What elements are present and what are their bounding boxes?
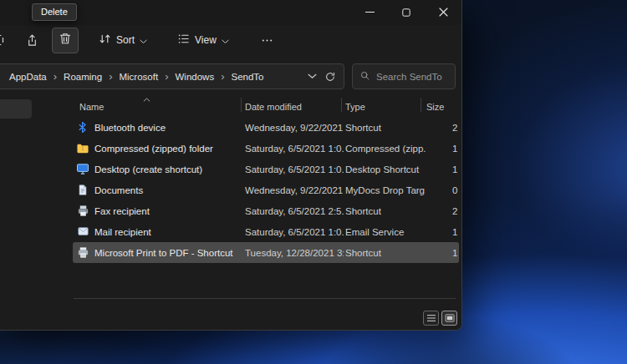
- nav-pane-item[interactable]: [0, 99, 32, 119]
- file-size: 2 KB: [452, 123, 459, 133]
- column-divider: [421, 98, 421, 112]
- breadcrumb-item[interactable]: Microsoft: [117, 70, 160, 83]
- sort-label: Sort: [116, 34, 135, 46]
- column-header-date-modified[interactable]: Date modified: [245, 102, 302, 112]
- breadcrumb-item[interactable]: AppData: [8, 70, 48, 83]
- breadcrumb-separator-icon: ›: [109, 71, 112, 82]
- file-size: 1 KB: [452, 248, 459, 258]
- breadcrumb-item[interactable]: Windows: [173, 70, 216, 83]
- file-size: 1 KB: [452, 227, 459, 237]
- column-divider: [341, 98, 342, 112]
- file-type: Email Service: [345, 227, 426, 237]
- mail-icon: [76, 225, 89, 238]
- view-icon: [177, 33, 190, 48]
- file-size: 2 KB: [452, 206, 459, 216]
- thumbnail-view-icon: [445, 311, 455, 326]
- column-header-size[interactable]: Size: [426, 102, 444, 112]
- documents-icon: [76, 183, 89, 196]
- sort-ascending-icon: [143, 94, 150, 104]
- file-date-modified: Saturday, 6/5/2021 1:0...: [245, 164, 344, 174]
- file-name: Desktop (create shortcut): [94, 164, 243, 174]
- desktop-icon: [76, 162, 89, 175]
- file-name: Bluetooth device: [94, 123, 243, 133]
- refresh-icon[interactable]: [324, 71, 336, 83]
- column-headers: Name Date modified Type Size: [71, 92, 462, 117]
- file-type: Desktop Shortcut: [345, 164, 426, 174]
- breadcrumb-separator-icon: ›: [54, 71, 57, 82]
- bluetooth-icon: [76, 120, 89, 134]
- file-date-modified: Wednesday, 9/22/2021...: [245, 185, 344, 195]
- breadcrumb-item[interactable]: Roaming: [62, 70, 104, 83]
- file-name: Microsoft Print to PDF - Shortcut: [94, 248, 243, 258]
- file-row[interactable]: Desktop (create shortcut)Saturday, 6/5/2…: [73, 159, 459, 179]
- file-type: Compressed (zipp...: [345, 144, 426, 154]
- chevron-down-icon: [140, 33, 147, 48]
- close-button[interactable]: [425, 0, 461, 25]
- thumbnail-view-button[interactable]: [441, 311, 457, 326]
- close-icon: [439, 5, 448, 20]
- search-icon: [359, 69, 370, 84]
- file-name: Documents: [94, 185, 243, 195]
- file-name: Fax recipient: [94, 206, 243, 216]
- trash-icon: [59, 32, 72, 48]
- file-type: Shortcut: [345, 206, 426, 216]
- file-list-region: Name Date modified Type Size Bluetooth d…: [71, 92, 462, 298]
- breadcrumb-item[interactable]: SendTo: [229, 70, 265, 83]
- column-header-name[interactable]: Name: [79, 102, 104, 112]
- view-toggles: [423, 311, 457, 326]
- column-header-type[interactable]: Type: [345, 102, 365, 112]
- file-row[interactable]: DocumentsWednesday, 9/22/2021...MyDocs D…: [73, 179, 459, 200]
- delete-button[interactable]: [52, 28, 79, 53]
- maximize-button[interactable]: [388, 0, 425, 25]
- maximize-icon: [402, 5, 410, 20]
- navigation-pane: [0, 92, 71, 295]
- sort-dropdown[interactable]: Sort: [93, 28, 153, 53]
- address-dropdown-icon[interactable]: [308, 73, 317, 79]
- share-icon[interactable]: [25, 33, 39, 48]
- statusbar-divider: [74, 298, 456, 299]
- file-type: Shortcut: [345, 123, 426, 133]
- file-row[interactable]: Bluetooth deviceWednesday, 9/22/2021...S…: [73, 117, 459, 138]
- search-input[interactable]: [376, 72, 448, 82]
- file-date-modified: Saturday, 6/5/2021 1:0...: [245, 144, 344, 154]
- view-label: View: [195, 34, 217, 46]
- chevron-down-icon: [222, 33, 229, 48]
- details-view-button[interactable]: [423, 311, 439, 326]
- minimize-button[interactable]: [351, 0, 388, 25]
- file-size: 0 KB: [452, 185, 459, 195]
- file-row[interactable]: Fax recipientSaturday, 6/5/2021 2:5...Sh…: [73, 200, 459, 221]
- breadcrumb-separator-icon: ›: [221, 71, 224, 82]
- more-options-icon[interactable]: [255, 30, 279, 51]
- view-dropdown[interactable]: View: [171, 28, 235, 53]
- file-name: Mail recipient: [94, 227, 243, 237]
- command-bar: Sort View: [0, 25, 461, 55]
- file-row[interactable]: Mail recipientSaturday, 6/5/2021 1:0...E…: [73, 221, 459, 242]
- file-date-modified: Tuesday, 12/28/2021 3:...: [245, 248, 344, 258]
- delete-tooltip: Delete: [32, 3, 77, 21]
- file-row[interactable]: Compressed (zipped) folderSaturday, 6/5/…: [73, 138, 459, 159]
- search-box[interactable]: [352, 63, 456, 89]
- pdf-printer-icon: [76, 245, 89, 259]
- column-divider: [241, 98, 242, 112]
- address-bar[interactable]: AppData › Roaming › Microsoft › Windows …: [0, 63, 344, 89]
- file-explorer-window: Delete Sort View: [0, 0, 462, 331]
- details-view-icon: [426, 311, 436, 326]
- file-date-modified: Saturday, 6/5/2021 1:0...: [245, 227, 344, 237]
- file-date-modified: Wednesday, 9/22/2021...: [245, 123, 344, 133]
- file-size: 1 KB: [452, 164, 459, 174]
- breadcrumb-separator-icon: ›: [165, 71, 168, 82]
- file-row[interactable]: Microsoft Print to PDF - ShortcutTuesday…: [73, 242, 459, 263]
- minimize-icon: [365, 5, 375, 20]
- sort-icon: [99, 33, 111, 48]
- file-type: MyDocs Drop Targ...: [345, 185, 426, 195]
- fax-icon: [76, 204, 89, 217]
- file-type: Shortcut: [345, 248, 426, 258]
- clipped-toolbar-icon[interactable]: [0, 33, 6, 47]
- file-date-modified: Saturday, 6/5/2021 2:5...: [245, 206, 344, 216]
- zipped-folder-icon: [76, 141, 89, 154]
- file-list: Bluetooth deviceWednesday, 9/22/2021...S…: [73, 117, 459, 263]
- file-size: 1 KB: [452, 144, 459, 154]
- file-name: Compressed (zipped) folder: [94, 144, 243, 154]
